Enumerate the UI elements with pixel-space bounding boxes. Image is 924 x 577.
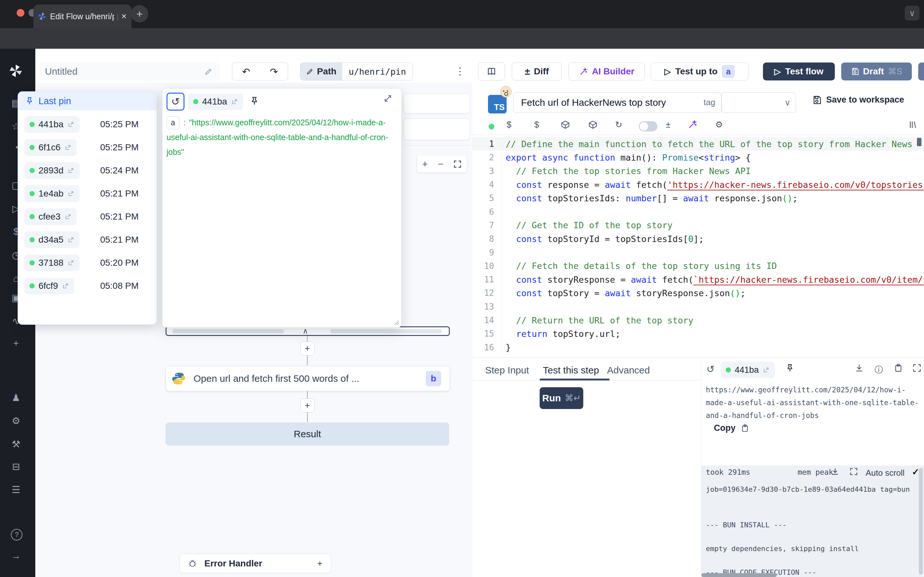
user-icon[interactable]: ♟ <box>10 391 23 404</box>
fullscreen-icon[interactable] <box>913 364 921 372</box>
pin-id-pill[interactable]: 1e4ab <box>24 185 79 202</box>
library-icon[interactable] <box>908 120 918 129</box>
run-button[interactable]: Run ⌘↵ <box>540 387 583 409</box>
pin-icon[interactable] <box>250 96 259 106</box>
pin-id-pill[interactable]: 6f1c6 <box>24 139 77 156</box>
pin-id-pill[interactable]: 441ba <box>24 116 79 133</box>
workers-icon[interactable]: ⚒ <box>10 438 23 450</box>
pin-list-item[interactable]: 1e4ab05:21 PM <box>18 182 157 205</box>
save-to-workspace-button[interactable]: Save to workspace <box>812 95 904 105</box>
job-id-pill[interactable]: 441ba <box>188 93 243 110</box>
code-editor[interactable]: 1// Define the main function to fetch th… <box>472 137 924 358</box>
redo-button[interactable]: ↷ <box>260 63 288 81</box>
help-icon[interactable]: ? <box>11 529 23 540</box>
new-tab-button[interactable]: + <box>131 5 148 23</box>
log-hscrollbar[interactable] <box>701 573 777 577</box>
error-handler-node[interactable]: Error Handler + <box>180 554 331 573</box>
apps-grid-icon[interactable]: ☰ <box>10 483 23 496</box>
history-icon[interactable]: ↺ <box>706 364 714 375</box>
result-job-id-pill[interactable]: 441ba <box>720 362 775 378</box>
editor-scrollbar-thumb[interactable] <box>917 138 921 146</box>
insert-step-button[interactable]: + <box>300 342 314 356</box>
folders-icon[interactable]: ⊟ <box>10 460 23 473</box>
fit-view-icon[interactable] <box>453 160 462 168</box>
expand-logs-icon[interactable] <box>850 467 858 476</box>
pin-list-item[interactable]: cfee305:21 PM <box>18 205 157 228</box>
external-link-icon[interactable] <box>65 144 71 151</box>
pin-list-item[interactable]: 441ba05:25 PM <box>18 113 157 136</box>
deploy-button[interactable]: Deploy <box>918 63 924 81</box>
log-vscrollbar[interactable] <box>919 468 923 574</box>
pin-id-pill[interactable]: 6fcf9 <box>24 277 74 294</box>
external-link-icon[interactable] <box>67 259 74 266</box>
package-icon[interactable] <box>561 120 570 129</box>
pin-list-item[interactable]: d34a505:21 PM <box>18 228 157 251</box>
expand-sidebar-icon[interactable]: → <box>10 550 23 562</box>
step-summary-input[interactable]: Fetch url of HackerNews top story <box>513 92 722 113</box>
windmill-logo[interactable] <box>9 64 23 77</box>
external-link-icon[interactable] <box>67 236 74 243</box>
external-link-icon[interactable] <box>67 190 74 197</box>
history-button[interactable]: ↺ <box>166 93 184 111</box>
auto-scroll-checkbox[interactable]: ✓ <box>912 467 919 477</box>
diff-button[interactable]: ± Diff <box>512 63 562 81</box>
docs-book-button[interactable] <box>478 63 505 81</box>
pin-id-pill[interactable]: d34a5 <box>24 231 79 248</box>
pin-list-item[interactable]: 6f1c605:25 PM <box>18 136 157 159</box>
diff-icon[interactable]: ± <box>666 121 670 129</box>
tab-close-icon[interactable]: × <box>121 11 126 21</box>
window-close-button[interactable] <box>17 9 24 17</box>
reload-icon[interactable]: ↻ <box>615 121 622 129</box>
pin-icon[interactable] <box>785 364 795 372</box>
tag-dropdown[interactable]: ∨ <box>722 92 796 113</box>
last-pin-header[interactable]: Last pin <box>18 92 157 110</box>
external-link-icon[interactable] <box>231 98 238 105</box>
insert-step-button[interactable]: + <box>300 398 314 413</box>
pin-list-item[interactable]: 3718805:20 PM <box>18 251 157 274</box>
undo-button[interactable]: ↶ <box>232 63 260 81</box>
pin-id-pill[interactable]: 37188 <box>24 255 79 271</box>
ai-builder-button[interactable]: AI Builder <box>569 63 645 81</box>
assets-icon[interactable]: $ <box>507 121 511 129</box>
pin-list-item[interactable]: 6fcf905:08 PM <box>18 274 157 298</box>
path-button[interactable]: Path u/henri/pin <box>300 63 413 81</box>
variables-icon[interactable]: $ <box>534 121 539 129</box>
step-node-python[interactable]: Open url and fetch first 500 words of ..… <box>166 366 450 391</box>
resize-handle[interactable] <box>393 318 399 326</box>
add-icon[interactable]: + <box>10 337 23 350</box>
browser-tab[interactable]: Edit Flow u/henri/pin_results | × <box>33 5 132 28</box>
tab-advanced[interactable]: Advanced <box>607 365 650 376</box>
ai-wand-icon[interactable] <box>688 119 698 129</box>
download-logs-icon[interactable] <box>831 467 839 476</box>
draft-button[interactable]: Draft ⌘S <box>841 63 912 81</box>
tab-search-chevron[interactable]: ∨ <box>905 6 919 21</box>
external-link-icon[interactable] <box>67 121 74 128</box>
external-link-icon[interactable] <box>67 167 74 174</box>
error-handler-add-icon[interactable]: + <box>313 557 326 570</box>
pin-id-pill[interactable]: cfee3 <box>24 208 77 225</box>
tab-step-input[interactable]: Step Input <box>485 365 529 376</box>
selected-step-node[interactable]: ∧ <box>166 326 450 336</box>
editor-settings-gear-icon[interactable]: ⚙ <box>715 121 723 129</box>
pin-id-pill[interactable]: 2893d <box>24 162 79 179</box>
test-flow-button[interactable]: ▷ Test flow <box>763 63 835 81</box>
expand-popup-icon[interactable] <box>383 93 393 103</box>
external-link-icon[interactable] <box>62 282 69 290</box>
pin-list-item[interactable]: 2893d05:24 PM <box>18 159 157 182</box>
package-icon[interactable] <box>588 120 598 129</box>
diff-mode-toggle[interactable] <box>639 121 657 131</box>
result-node[interactable]: Result <box>166 422 449 446</box>
flow-name-input[interactable]: Untitled <box>39 63 220 81</box>
clipboard-icon[interactable] <box>894 364 903 372</box>
info-icon[interactable]: ⓘ <box>875 364 883 376</box>
tab-test-this-step[interactable]: Test this step <box>543 365 599 376</box>
toolbar-kebab-icon[interactable]: ⋮ <box>455 66 465 76</box>
settings-icon[interactable]: ⚙ <box>10 414 23 427</box>
download-icon[interactable] <box>855 364 864 372</box>
external-link-icon[interactable] <box>65 213 71 220</box>
zoom-in-icon[interactable]: + <box>422 159 428 169</box>
copy-button[interactable]: Copy <box>714 423 749 433</box>
collapse-chevron-icon[interactable]: ∧ <box>302 327 309 335</box>
external-link-icon[interactable] <box>762 366 770 374</box>
test-up-to-button[interactable]: ▷ Test up to a <box>651 63 748 81</box>
